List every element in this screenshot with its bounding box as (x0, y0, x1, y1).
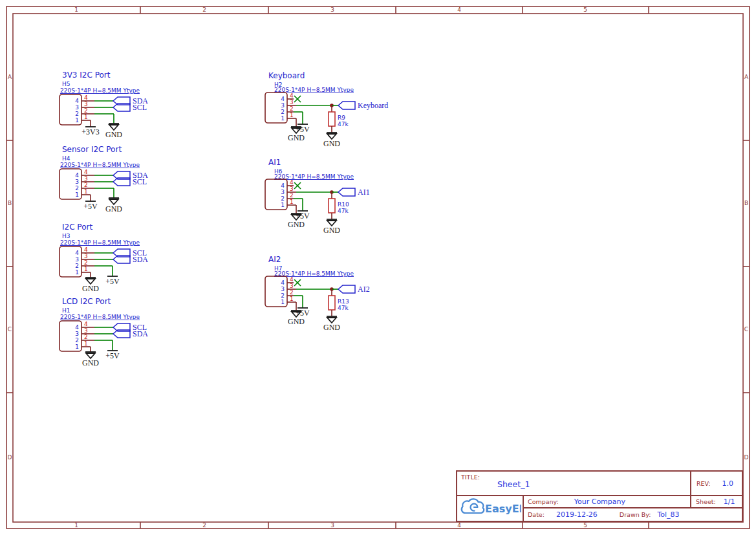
power-label: +5V (83, 202, 98, 211)
component-designator: H3 (62, 233, 70, 239)
connector-group-h4[interactable]: Sensor I2C PortH4220S-1*4P H=8.5MM Ytype… (59, 145, 148, 213)
pin-number-inner: 1 (75, 269, 79, 276)
column-label: 5 (583, 522, 587, 529)
pin-number-inner: 4 (75, 172, 79, 179)
pin-number-outer: 2 (290, 105, 294, 112)
column-label: 5 (583, 6, 587, 13)
pin-number-outer: 1 (290, 296, 294, 302)
no-connect-icon[interactable] (294, 182, 301, 189)
resistor-designator: R13 (338, 298, 349, 305)
resistor-body[interactable] (329, 296, 335, 310)
power-label: +5V (105, 277, 120, 286)
component-part-name: 220S-1*4P H=8.5MM Ytype (274, 87, 354, 93)
pin-number-outer: 4 (84, 169, 88, 175)
row-label: B (8, 200, 12, 206)
rev-label: REV: (697, 480, 711, 487)
no-connect-icon[interactable] (294, 279, 301, 286)
row-label: B (744, 200, 748, 206)
sheet-title: Sheet_1 (497, 479, 530, 489)
gnd-symbol[interactable] (85, 352, 96, 358)
pin-number-outer: 2 (84, 107, 88, 114)
row-label: D (8, 454, 12, 461)
pin-number-inner: 2 (75, 263, 79, 269)
gnd-symbol[interactable] (109, 124, 119, 130)
column-label: 4 (457, 522, 461, 529)
pin-number-outer: 3 (290, 283, 294, 289)
connector-group-h2[interactable]: KeyboardH2220S-1*4P H=8.5MM Ytype4433221… (265, 71, 388, 148)
pin-number-inner: 4 (75, 98, 79, 104)
column-label: 1 (74, 522, 78, 529)
gnd-symbol[interactable] (327, 316, 337, 323)
pin-number-outer: 1 (290, 199, 294, 205)
resistor-body[interactable] (329, 199, 335, 213)
component-designator: H5 (62, 81, 70, 87)
pin-number-outer: 2 (290, 192, 294, 199)
pin-number-outer: 4 (84, 94, 88, 101)
pin-number-outer: 2 (84, 182, 88, 188)
date-label: Date: (528, 511, 545, 518)
date-value: 2019-12-26 (556, 510, 598, 519)
connector-group-h7[interactable]: AI2H7220S-1*4P H=8.5MM Ytype44332211AI2R… (265, 255, 370, 332)
sheet-value: 1/1 (724, 497, 735, 506)
column-label: 3 (330, 522, 334, 529)
pin-number-inner: 4 (281, 96, 285, 102)
drawn-by-label: Drawn By: (620, 511, 651, 518)
resistor-body[interactable] (329, 112, 335, 126)
pin-number-inner: 2 (75, 337, 79, 344)
net-flag[interactable] (338, 285, 355, 293)
pin-number-inner: 3 (281, 102, 285, 109)
pin-number-inner: 3 (75, 179, 79, 185)
row-label: D (744, 454, 749, 461)
connector-group-h1[interactable]: LCD I2C PortH1220S-1*4P H=8.5MM Ytype443… (59, 297, 148, 367)
gnd-label: GND (288, 220, 305, 229)
connector-group-h5[interactable]: 3V3 I2C PortH5220S-1*4P H=8.5MM Ytype443… (59, 71, 148, 139)
schematic-canvas: 1122334455AABBCCDD3V3 I2C PortH5220S-1*4… (0, 0, 756, 535)
pin-number-inner: 4 (281, 279, 285, 286)
pin-number-inner: 1 (281, 202, 285, 208)
connector-group-h3[interactable]: I2C PortH3220S-1*4P H=8.5MM Ytype4433221… (59, 223, 148, 293)
net-flag[interactable] (338, 102, 355, 109)
connector-group-h6[interactable]: AI1H6220S-1*4P H=8.5MM Ytype44332211AI1R… (265, 158, 370, 235)
pin-number-inner: 1 (75, 117, 79, 124)
schematic-page: 1122334455AABBCCDD3V3 I2C PortH5220S-1*4… (0, 0, 756, 535)
gnd-symbol[interactable] (109, 198, 119, 204)
drawn-by-value: Tol_83 (657, 510, 679, 519)
gnd-label: GND (323, 226, 340, 235)
row-label: C (8, 326, 12, 333)
gnd-symbol[interactable] (327, 133, 337, 139)
gnd-symbol[interactable] (85, 278, 96, 284)
component-designator: H4 (62, 155, 70, 162)
net-label: SCL (133, 103, 147, 112)
pin-number-inner: 3 (281, 189, 285, 195)
pin-number-outer: 2 (290, 289, 294, 296)
column-label: 2 (202, 6, 206, 13)
pin-number-inner: 2 (281, 109, 285, 115)
title-label: TITLE: (461, 474, 480, 481)
rev-value: 1.0 (722, 479, 734, 488)
component-part-name: 220S-1*4P H=8.5MM Ytype (274, 270, 354, 277)
pin-number-outer: 1 (84, 266, 88, 272)
pin-number-inner: 2 (75, 111, 79, 117)
gnd-label: GND (288, 317, 305, 326)
column-label: 3 (330, 6, 334, 13)
title-block-logo-cell: EasyEDA (457, 496, 524, 521)
pin-number-outer: 4 (290, 179, 294, 186)
gnd-symbol[interactable] (327, 219, 337, 226)
component-designator: H1 (62, 307, 70, 314)
gnd-label: GND (288, 133, 305, 142)
pin-number-outer: 4 (84, 321, 88, 327)
pin-number-outer: 2 (84, 334, 88, 340)
gnd-label: GND (105, 130, 122, 139)
net-flag[interactable] (338, 188, 355, 196)
pin-number-outer: 4 (290, 93, 294, 99)
pin-number-inner: 1 (75, 344, 79, 350)
cloud-swirl-icon (470, 504, 477, 511)
pin-number-outer: 4 (290, 276, 294, 283)
pin-number-outer: 2 (84, 259, 88, 266)
no-connect-icon[interactable] (294, 96, 301, 102)
pin-number-outer: 1 (84, 340, 88, 347)
component-title: 3V3 I2C Port (62, 71, 111, 80)
easyeda-logo-icon: EasyEDA (459, 497, 521, 519)
title-block-date-cell: Date: 2019-12-26 Drawn By: Tol_83 (524, 508, 742, 521)
net-label: Keyboard (358, 101, 388, 110)
